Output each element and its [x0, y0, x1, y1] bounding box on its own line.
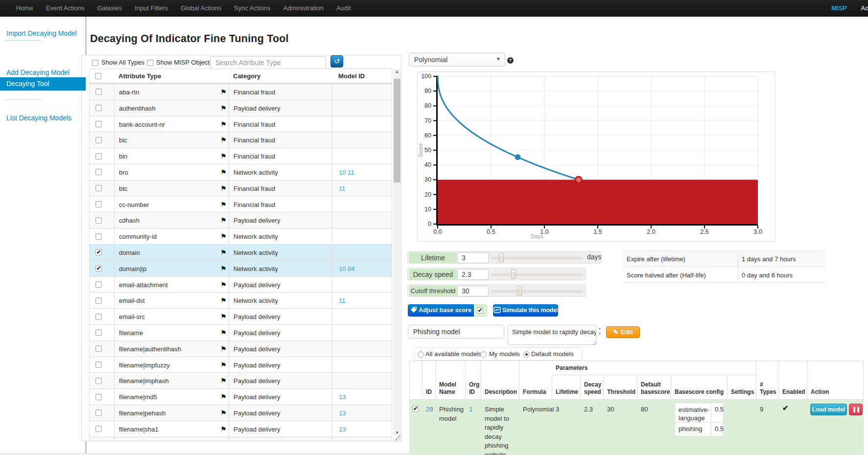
tag-icon	[410, 306, 417, 313]
model-id-links[interactable]: 10 84	[339, 265, 388, 273]
nav-item-input-filters[interactable]: Input Filters	[128, 0, 174, 17]
row-checkbox[interactable]	[95, 362, 102, 368]
model-org-cell[interactable]: 1	[469, 405, 479, 414]
sidebar-item-decaying-tool[interactable]: Decaying Tool	[0, 77, 86, 91]
table-row	[89, 437, 392, 441]
row-checkbox[interactable]	[95, 217, 102, 224]
row-checkbox[interactable]	[95, 410, 102, 416]
model-id-links[interactable]: 11	[339, 297, 388, 304]
attribute-type-cell: bank-account-nr	[119, 121, 219, 128]
model-id-cell[interactable]: 29	[426, 405, 435, 414]
column-border	[114, 277, 115, 293]
nav-item-sync-actions[interactable]: Sync Actions	[228, 0, 277, 17]
show-all-types-checkbox[interactable]	[92, 60, 98, 66]
show-misp-objects-checkbox[interactable]	[147, 60, 153, 66]
column-border	[114, 293, 115, 308]
row-checkbox[interactable]	[95, 233, 102, 240]
column-border	[114, 148, 115, 164]
column-border	[332, 277, 332, 293]
adjust-base-score-button[interactable]: Adjust base score	[408, 304, 474, 317]
column-border	[332, 212, 332, 228]
nav-item-administration[interactable]: Administration	[277, 0, 330, 17]
nav-admin-truncated[interactable]: Ad	[861, 0, 868, 16]
row-checkbox[interactable]	[95, 426, 102, 432]
nav-item-galaxies[interactable]: Galaxies	[91, 0, 128, 17]
row-checkbox[interactable]	[95, 378, 102, 384]
row-checkbox[interactable]	[95, 329, 102, 336]
flag-icon: ⚑	[220, 361, 227, 369]
sidebar-item-add-decaying-model[interactable]: Add Decaying Model	[6, 68, 70, 76]
slider-handle[interactable]	[511, 270, 516, 279]
row-checkbox[interactable]	[95, 169, 102, 175]
table-row: bank-account-nr⚑Financial fraud	[89, 116, 392, 132]
pause-model-button[interactable]	[849, 404, 863, 415]
scrollbar-down-arrow[interactable]: ▼	[394, 430, 400, 436]
category-cell: Payload delivery	[234, 313, 322, 320]
row-checkbox[interactable]: ✔	[95, 249, 102, 255]
row-checkbox[interactable]	[95, 185, 102, 191]
row-checkbox[interactable]	[95, 89, 102, 95]
nav-brand-misp[interactable]: MISP	[831, 0, 847, 16]
slider-value-input[interactable]: 3	[457, 252, 489, 263]
row-checkbox[interactable]	[95, 105, 102, 111]
nav-item-audit[interactable]: Audit	[330, 0, 357, 17]
sidebar-item-list-decaying-models[interactable]: List Decaying Models	[6, 114, 71, 122]
spinner-control[interactable]: ▲▼	[597, 326, 603, 338]
row-checkbox[interactable]	[95, 314, 102, 320]
adjust-base-score-checkbox[interactable]: ✔	[477, 307, 483, 314]
nav-item-event-actions[interactable]: Event Actions	[40, 0, 91, 17]
row-checkbox[interactable]	[95, 153, 102, 159]
category-cell: Network activity	[234, 169, 322, 176]
model-id-links[interactable]: 11	[339, 185, 388, 192]
model-row-checkbox[interactable]: ✔	[412, 406, 419, 412]
model-description-textarea[interactable]: Simple model to rapidly decay	[508, 325, 596, 345]
slider-track[interactable]	[492, 257, 583, 259]
col-header-category: Category	[233, 72, 306, 80]
row-checkbox[interactable]	[95, 121, 102, 127]
slider-handle[interactable]	[517, 286, 522, 296]
row-checkbox[interactable]	[95, 394, 102, 400]
slider-value-input[interactable]: 30	[457, 286, 489, 296]
models-col-header-base_score_config: Basescore config	[675, 388, 724, 396]
slider-handle[interactable]	[499, 253, 504, 262]
row-checkbox[interactable]	[95, 137, 102, 143]
column-border	[229, 309, 229, 324]
select-all-checkbox[interactable]	[95, 73, 101, 79]
model-id-links[interactable]: 13	[339, 393, 388, 401]
radio-default-models[interactable]	[523, 351, 530, 358]
models-col-header-settings: Settings	[731, 388, 753, 396]
nav-item-global-actions[interactable]: Global Actions	[174, 0, 228, 17]
slider-track[interactable]	[492, 290, 583, 293]
decay-chart-svg: 01020304050607080901000.00.51.01.52.02.5…	[418, 72, 776, 242]
scrollbar-up-arrow[interactable]: ▲	[394, 69, 400, 75]
edit-button[interactable]: ✎Edit	[606, 326, 640, 338]
flag-icon: ⚑	[220, 216, 227, 224]
row-checkbox[interactable]	[95, 201, 102, 207]
row-checkbox[interactable]	[95, 281, 102, 288]
sidebar-item-import-decaying-model[interactable]: Import Decaying Model	[6, 29, 77, 37]
attribute-type-cell: cc-number	[119, 201, 219, 208]
slider-value-input[interactable]: 2.3	[457, 269, 489, 280]
row-checkbox[interactable]	[95, 297, 102, 304]
model-id-links[interactable]: 13	[339, 410, 388, 417]
slider-track[interactable]	[492, 273, 583, 276]
table-row: btc⚑Financial fraud11	[89, 180, 392, 196]
help-icon[interactable]: ?	[507, 57, 514, 64]
nav-item-home[interactable]: Home	[10, 0, 40, 17]
refresh-button[interactable]: ↺	[330, 55, 343, 68]
model-id-links[interactable]: 10 11	[339, 169, 388, 176]
model-id-links[interactable]: 13	[339, 426, 388, 433]
model-name-input[interactable]: Phishing model	[408, 325, 504, 339]
scrollbar-thumb[interactable]	[394, 79, 400, 182]
simulate-model-button[interactable]: Simulate this model	[493, 304, 558, 317]
row-checkbox[interactable]	[95, 345, 102, 352]
decay-chart: 01020304050607080901000.00.51.01.52.02.5…	[417, 71, 775, 242]
row-checkbox[interactable]: ✔	[95, 265, 102, 272]
formula-select[interactable]: Polynomial ▼	[409, 53, 505, 67]
flag-icon: ⚑	[220, 232, 227, 240]
load-model-button[interactable]: Load model	[810, 404, 847, 415]
radio-my-models[interactable]	[480, 351, 487, 358]
radio-all-available-models[interactable]	[418, 351, 424, 358]
models-col-header-model_name: Model Name	[439, 381, 462, 396]
search-input[interactable]: Search Attribute Type	[210, 56, 326, 69]
